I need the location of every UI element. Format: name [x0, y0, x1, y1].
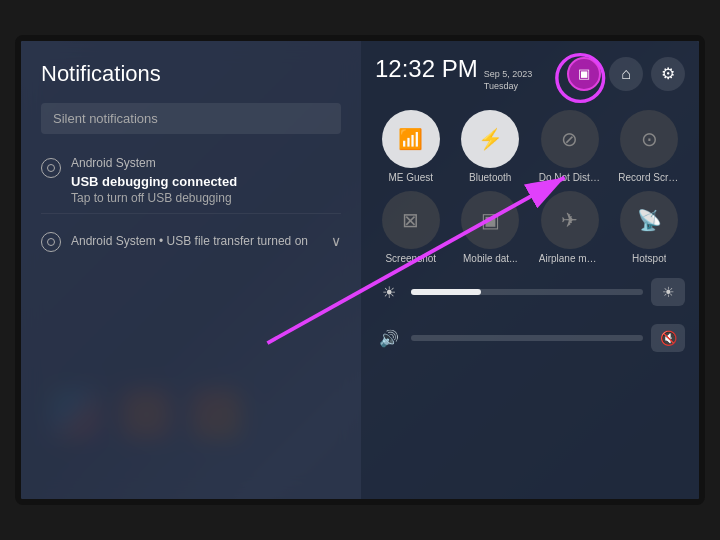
tile-label-bluetooth: Bluetooth	[469, 172, 511, 183]
notif2-text: Android System • USB file transfer turne…	[71, 234, 321, 248]
notifications-title: Notifications	[41, 61, 341, 87]
tile-wifi-guest[interactable]: 📶	[382, 110, 440, 168]
tile-label-record-screen: Record Scre...	[618, 172, 680, 183]
brightness-slider-track[interactable]	[411, 289, 643, 295]
tile-screenshot[interactable]: ⊠	[382, 191, 440, 249]
tile-label-airplane-mode: Airplane mod...	[539, 253, 601, 264]
status-bar: 12:32 PM Sep 5, 2023 Tuesday ▣ ⌂ ⚙	[375, 53, 685, 100]
date-block: Sep 5, 2023 Tuesday	[484, 69, 533, 92]
volume-slider-row: 🔊 🔇	[375, 320, 685, 356]
hotspot-icon: 📡	[637, 208, 662, 232]
tv-screen: Notifications Silent notifications Andro…	[21, 41, 699, 499]
tile-label-screenshot: Screenshot	[385, 253, 436, 264]
status-icons: ▣ ⌂ ⚙	[567, 57, 685, 91]
quick-settings-panel: 12:32 PM Sep 5, 2023 Tuesday ▣ ⌂ ⚙	[361, 41, 699, 499]
volume-icon: 🔊	[375, 324, 403, 352]
brightness-high-button[interactable]: ☀	[651, 278, 685, 306]
tile-airplane-mode[interactable]: ✈	[541, 191, 599, 249]
bluetooth-icon: ⚡	[478, 127, 503, 151]
screenshot-status-button[interactable]: ▣	[567, 57, 601, 91]
tv-frame: Notifications Silent notifications Andro…	[15, 35, 705, 505]
date-line1: Sep 5, 2023	[484, 69, 533, 81]
tile-do-not-disturb[interactable]: ⊘	[541, 110, 599, 168]
tile-mobile-data[interactable]: ▣	[461, 191, 519, 249]
tile-label-dnd: Do Not Disturb	[539, 172, 601, 183]
notif-app-name: Android System	[71, 156, 237, 170]
tile-label-hotspot: Hotspot	[632, 253, 666, 264]
home-status-button[interactable]: ⌂	[609, 57, 643, 91]
do-not-disturb-icon: ⊘	[561, 127, 578, 151]
volume-slider-track[interactable]	[411, 335, 643, 341]
wifi-icon: 📶	[398, 127, 423, 151]
tile-label-wifi-guest: ME Guest	[389, 172, 433, 183]
brightness-slider-row: ☀ ☀	[375, 274, 685, 310]
notif-title: USB debugging connected	[71, 174, 237, 189]
settings-status-button[interactable]: ⚙	[651, 57, 685, 91]
notification-item-file-transfer[interactable]: Android System • USB file transfer turne…	[41, 220, 341, 262]
screenshot-icon: ⊠	[402, 208, 419, 232]
tile-wrapper-record-screen: ⊙ Record Scre...	[614, 110, 686, 183]
android-icon-inner	[47, 164, 55, 172]
tile-label-mobile-data: Mobile dat...	[463, 253, 517, 264]
notification-item-usb[interactable]: Android System USB debugging connected T…	[41, 148, 341, 214]
android-icon-inner-2	[47, 238, 55, 246]
date-line2: Tuesday	[484, 81, 533, 93]
tile-wrapper-screenshot: ⊠ Screenshot	[375, 191, 447, 264]
tile-wrapper-mobile-data: ▣ Mobile dat...	[455, 191, 527, 264]
brightness-low-icon: ☀	[375, 278, 403, 306]
tile-wrapper-airplane-mode: ✈ Airplane mod...	[534, 191, 606, 264]
android-system-icon	[41, 158, 61, 178]
notif-description: Tap to turn off USB debugging	[71, 191, 237, 205]
tile-wrapper-bluetooth: ⚡ Bluetooth	[455, 110, 527, 183]
clock-time: 12:32 PM	[375, 55, 478, 83]
quick-tiles-grid: 📶 ME Guest ⚡ Bluetooth ⊘ Do Not Di	[375, 110, 685, 264]
mobile-data-icon: ▣	[481, 208, 500, 232]
time-block: 12:32 PM Sep 5, 2023 Tuesday	[375, 55, 532, 92]
android-system-icon-2	[41, 232, 61, 252]
silent-notifications-label: Silent notifications	[41, 103, 341, 134]
notifications-panel: Notifications Silent notifications Andro…	[21, 41, 361, 499]
tile-record-screen[interactable]: ⊙	[620, 110, 678, 168]
tile-wrapper-wifi-guest: 📶 ME Guest	[375, 110, 447, 183]
tile-wrapper-dnd: ⊘ Do Not Disturb	[534, 110, 606, 183]
record-screen-icon: ⊙	[641, 127, 658, 151]
brightness-slider-fill	[411, 289, 481, 295]
tile-hotspot[interactable]: 📡	[620, 191, 678, 249]
tile-bluetooth[interactable]: ⚡	[461, 110, 519, 168]
airplane-mode-icon: ✈	[561, 208, 578, 232]
tile-wrapper-hotspot: 📡 Hotspot	[614, 191, 686, 264]
chevron-down-icon: ∨	[331, 233, 341, 249]
mute-button[interactable]: 🔇	[651, 324, 685, 352]
notif-content-usb: Android System USB debugging connected T…	[71, 156, 237, 205]
